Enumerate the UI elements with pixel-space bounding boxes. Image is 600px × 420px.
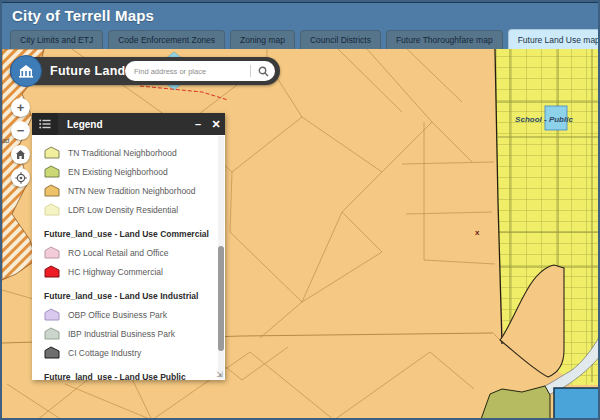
street-label-fragment: ad (2, 137, 10, 144)
legend-item-label: LDR Low Density Residential (68, 205, 178, 215)
legend-section-header: Future_land_use - Land Use Public (44, 372, 225, 380)
legend-item: OBP Office Business Park (44, 305, 225, 324)
page-title: City of Terrell Maps (12, 7, 154, 24)
legend-swatch-icon (44, 308, 60, 321)
tab-future-thoroughfare-map[interactable]: Future Thoroughfare map (386, 30, 503, 49)
legend-swatch-icon (44, 203, 60, 216)
search-input[interactable] (125, 61, 250, 81)
legend-section-header: Future_land_use - Land Use Industrial (44, 291, 225, 301)
map-title-bar: Future Land Use (10, 57, 280, 85)
legend-item: TN Traditional Neighborhood (44, 143, 225, 162)
search-button[interactable] (251, 61, 275, 81)
legend-item: RO Local Retail and Office (44, 243, 225, 262)
legend-scrollbar[interactable] (218, 136, 224, 379)
legend-swatch-icon (44, 346, 60, 359)
legend-swatch-icon (44, 146, 60, 159)
tab-code-enforcement-zones[interactable]: Code Enforcement Zones (108, 30, 225, 49)
legend-swatch-icon (44, 165, 60, 178)
legend-swatch-icon (44, 184, 60, 197)
search-box (125, 61, 275, 81)
city-logo (10, 55, 42, 87)
minimize-button[interactable]: – (189, 118, 207, 130)
legend-menu-button[interactable] (32, 113, 58, 135)
close-button[interactable]: ✕ (207, 118, 225, 131)
legend-item-label: EN Existing Neighborhood (68, 167, 168, 177)
list-icon (39, 119, 51, 129)
search-icon (258, 66, 269, 77)
app-window: School - Public x ad City of Terrell Map… (0, 0, 600, 420)
legend-item: CI Cottage Industry (44, 343, 225, 362)
scrollbar-thumb[interactable] (218, 246, 224, 351)
map-marker-x: x (475, 228, 480, 237)
minus-icon: − (17, 124, 25, 137)
school-label: School - Public (515, 115, 573, 124)
legend-item: IBP Industrial Business Park (44, 324, 225, 343)
legend-swatch-icon (44, 265, 60, 278)
legend-panel: Legend – ✕ TN Traditional NeighborhoodEN… (32, 113, 225, 380)
legend-swatch-icon (44, 327, 60, 340)
locate-button[interactable] (11, 168, 30, 187)
tab-council-districts[interactable]: Council Districts (300, 30, 381, 49)
zoom-in-button[interactable]: + (11, 98, 30, 117)
legend-item: LDR Low Density Residential (44, 200, 225, 219)
legend-item-label: NTN New Tradition Neighborhood (68, 186, 196, 196)
legend-item: HC Highway Commercial (44, 262, 225, 281)
tab-bar: City Limits and ETJCode Enforcement Zone… (10, 29, 600, 49)
legend-item-label: OBP Office Business Park (68, 310, 167, 320)
zoom-out-button[interactable]: − (11, 121, 30, 140)
legend-item-label: IBP Industrial Business Park (68, 329, 175, 339)
legend-item-label: CI Cottage Industry (68, 348, 141, 358)
app-header: City of Terrell Maps City Limits and ETJ… (2, 2, 598, 49)
tab-city-limits-and-etj[interactable]: City Limits and ETJ (10, 30, 103, 49)
legend-title: Legend (67, 119, 189, 130)
resize-arrow-icon[interactable]: ⇲ (216, 370, 223, 379)
building-icon (17, 62, 35, 80)
legend-header[interactable]: Legend – ✕ (32, 113, 225, 135)
tab-zoning-map[interactable]: Zoning map (230, 30, 295, 49)
legend-item-label: TN Traditional Neighborhood (68, 148, 177, 158)
locate-icon (15, 172, 27, 184)
legend-item: NTN New Tradition Neighborhood (44, 181, 225, 200)
legend-swatch-icon (44, 246, 60, 259)
legend-item: EN Existing Neighborhood (44, 162, 225, 181)
plus-icon: + (17, 101, 25, 114)
legend-body: TN Traditional NeighborhoodEN Existing N… (32, 135, 225, 380)
tab-future-land-use-map[interactable]: Future Land Use map (508, 29, 600, 49)
legend-item-label: HC Highway Commercial (68, 267, 163, 277)
home-icon (15, 149, 26, 160)
legend-section-header: Future_land_use - Land Use Commercial (44, 229, 225, 239)
legend-item-label: RO Local Retail and Office (68, 248, 168, 258)
home-button[interactable] (11, 145, 30, 164)
water-area (554, 388, 600, 420)
